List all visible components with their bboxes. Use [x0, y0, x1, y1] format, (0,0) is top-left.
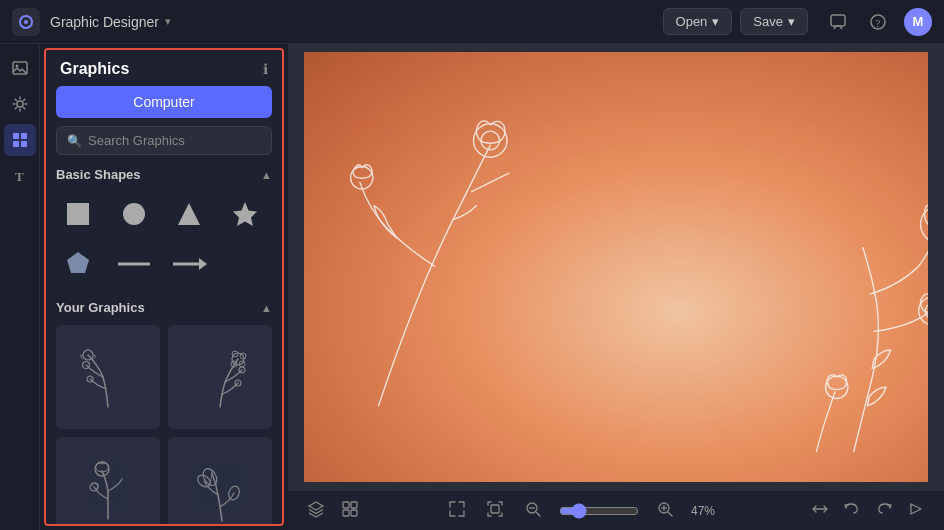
help-icon[interactable]: ? — [864, 8, 892, 36]
bottom-center-tools: 47% — [372, 497, 798, 525]
chat-icon[interactable] — [824, 8, 852, 36]
canvas-flowers-svg — [304, 52, 928, 452]
sidebar-item-adjust[interactable] — [4, 88, 36, 120]
shape-star[interactable] — [223, 192, 267, 236]
panel-title: Graphics — [60, 60, 129, 78]
svg-rect-46 — [343, 510, 349, 516]
fit-icon[interactable] — [483, 497, 507, 525]
open-button[interactable]: Open ▾ — [663, 8, 733, 35]
svg-rect-47 — [351, 510, 357, 516]
open-label: Open — [676, 14, 708, 29]
graphic-item-3[interactable] — [56, 437, 160, 524]
app-name-chevron[interactable]: ▾ — [165, 15, 171, 28]
zoom-out-icon[interactable] — [521, 497, 545, 525]
shape-circle[interactable] — [112, 192, 156, 236]
shape-line[interactable] — [112, 242, 156, 286]
graphic-item-1[interactable] — [56, 325, 160, 429]
svg-rect-48 — [491, 505, 499, 513]
graphic-item-2[interactable] — [168, 325, 272, 429]
basic-shapes-chevron[interactable]: ▲ — [261, 169, 272, 181]
main-area: T Graphics ℹ Computer 🔍 Search Graphics … — [0, 44, 944, 530]
grid-icon[interactable] — [338, 497, 362, 525]
bottom-left-tools — [304, 497, 362, 525]
app-logo[interactable] — [12, 8, 40, 36]
save-chevron-icon: ▾ — [788, 14, 795, 29]
basic-shapes-header: Basic Shapes ▲ — [56, 167, 272, 182]
svg-rect-45 — [351, 502, 357, 508]
svg-point-1 — [24, 20, 28, 24]
your-graphics-grid — [56, 325, 272, 524]
shape-triangle[interactable] — [167, 192, 211, 236]
svg-marker-16 — [233, 202, 257, 226]
svg-text:?: ? — [876, 17, 881, 29]
svg-point-14 — [123, 203, 145, 225]
svg-line-51 — [536, 512, 540, 516]
panel-body: Computer 🔍 Search Graphics Basic Shapes … — [46, 86, 282, 524]
zoom-level: 47% — [691, 504, 725, 518]
svg-rect-9 — [21, 133, 27, 139]
svg-rect-13 — [67, 203, 89, 225]
svg-marker-20 — [199, 258, 207, 270]
bottom-bar: 47% — [288, 490, 944, 530]
bottom-right-tools — [808, 497, 928, 525]
open-chevron-icon: ▾ — [712, 14, 719, 29]
svg-rect-8 — [13, 133, 19, 139]
forward-icon[interactable] — [904, 497, 928, 525]
canvas-area: 47% — [288, 44, 944, 530]
svg-point-6 — [15, 65, 18, 68]
graphic-item-4[interactable] — [168, 437, 272, 524]
sidebar-item-graphics[interactable] — [4, 124, 36, 156]
save-button[interactable]: Save ▾ — [740, 8, 808, 35]
svg-text:T: T — [15, 169, 24, 184]
canvas[interactable] — [304, 52, 928, 482]
svg-point-7 — [17, 101, 23, 107]
save-label: Save — [753, 14, 783, 29]
zoom-slider[interactable] — [559, 503, 639, 519]
canvas-wrapper[interactable] — [288, 44, 944, 490]
zoom-in-icon[interactable] — [653, 497, 677, 525]
layers-icon[interactable] — [304, 497, 328, 525]
search-icon: 🔍 — [67, 134, 82, 148]
shape-square[interactable] — [56, 192, 100, 236]
your-graphics-chevron[interactable]: ▲ — [261, 302, 272, 314]
search-input-placeholder: Search Graphics — [88, 133, 185, 148]
computer-button[interactable]: Computer — [56, 86, 272, 118]
panel-header: Graphics ℹ — [46, 50, 282, 86]
sidebar-item-text[interactable]: T — [4, 160, 36, 192]
redo-icon[interactable] — [872, 497, 896, 525]
shapes-grid — [56, 192, 272, 286]
svg-marker-15 — [178, 203, 200, 225]
shape-arrow[interactable] — [167, 242, 211, 286]
svg-point-37 — [481, 131, 500, 150]
undo-icon[interactable] — [840, 497, 864, 525]
flip-icon[interactable] — [808, 497, 832, 525]
search-bar[interactable]: 🔍 Search Graphics — [56, 126, 272, 155]
topbar-icons: ? M — [824, 8, 932, 36]
sidebar-item-image[interactable] — [4, 52, 36, 84]
info-icon[interactable]: ℹ — [263, 61, 268, 77]
shape-pentagon[interactable] — [56, 242, 100, 286]
app-name-label: Graphic Designer — [50, 14, 159, 30]
svg-rect-11 — [21, 141, 27, 147]
graphics-panel: Graphics ℹ Computer 🔍 Search Graphics Ba… — [44, 48, 284, 526]
your-graphics-header: Your Graphics ▲ — [56, 300, 272, 315]
svg-point-42 — [925, 303, 928, 318]
svg-rect-44 — [343, 502, 349, 508]
expand-icon[interactable] — [445, 497, 469, 525]
svg-point-36 — [474, 124, 508, 158]
svg-line-55 — [668, 512, 672, 516]
svg-marker-17 — [67, 252, 89, 273]
svg-rect-10 — [13, 141, 19, 147]
icon-bar: T — [0, 44, 40, 530]
your-graphics-label: Your Graphics — [56, 300, 145, 315]
svg-rect-2 — [831, 15, 845, 26]
user-avatar[interactable]: M — [904, 8, 932, 36]
topbar: Graphic Designer ▾ Open ▾ Save ▾ ? M — [0, 0, 944, 44]
basic-shapes-label: Basic Shapes — [56, 167, 141, 182]
